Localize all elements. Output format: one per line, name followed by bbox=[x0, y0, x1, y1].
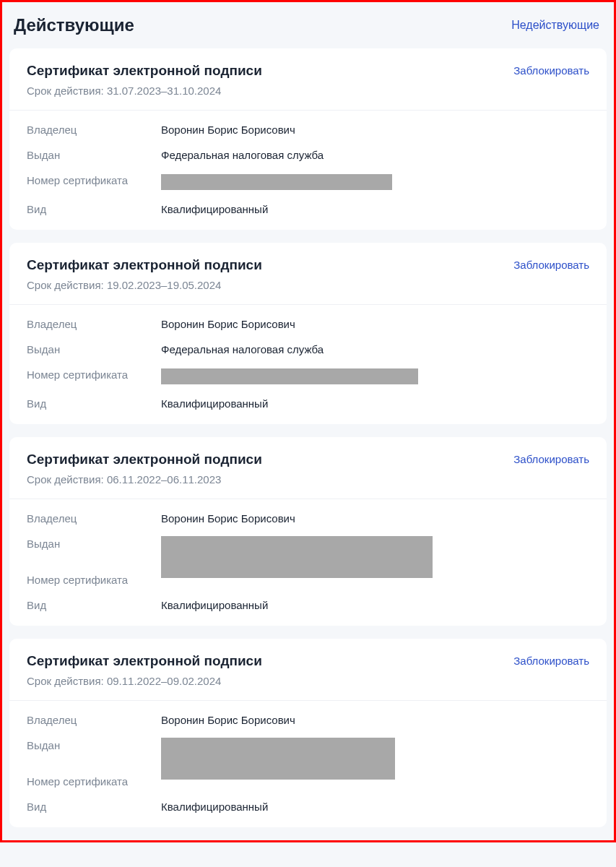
card-body: Владелец Воронин Борис Борисович Выдан Н… bbox=[9, 499, 607, 626]
type-label: Вид bbox=[27, 203, 161, 215]
page-header: Действующие Недействующие bbox=[2, 2, 614, 48]
issued-by-label: Выдан bbox=[27, 739, 161, 751]
row-cert-number: Номер сертификата bbox=[27, 751, 589, 788]
cert-number-label: Номер сертификата bbox=[27, 751, 161, 788]
page-title: Действующие bbox=[14, 15, 134, 35]
row-type: Вид Квалифицированный bbox=[27, 397, 589, 410]
card-title-block: Сертификат электронной подписи Срок дейс… bbox=[27, 63, 262, 97]
owner-value: Воронин Борис Борисович bbox=[161, 512, 295, 525]
issued-by-value: Федеральная налоговая служба bbox=[161, 343, 324, 355]
card-title: Сертификат электронной подписи bbox=[27, 257, 262, 273]
cert-number-label: Номер сертификата bbox=[27, 368, 161, 381]
cert-number-redacted bbox=[161, 368, 418, 384]
row-owner: Владелец Воронин Борис Борисович bbox=[27, 512, 589, 525]
type-value: Квалифицированный bbox=[161, 203, 268, 215]
owner-label: Владелец bbox=[27, 124, 161, 136]
block-button[interactable]: Заблокировать bbox=[513, 63, 589, 77]
certificate-card: Сертификат электронной подписи Срок дейс… bbox=[9, 48, 607, 230]
type-value: Квалифицированный bbox=[161, 599, 268, 611]
owner-label: Владелец bbox=[27, 512, 161, 525]
issued-by-label: Выдан bbox=[27, 149, 161, 161]
card-title-block: Сертификат электронной подписи Срок дейс… bbox=[27, 452, 262, 486]
validity-period: Срок действия: 06.11.2022–06.11.2023 bbox=[27, 473, 262, 486]
row-type: Вид Квалифицированный bbox=[27, 203, 589, 215]
type-label: Вид bbox=[27, 599, 161, 611]
row-issued-by: Выдан Федеральная налоговая служба bbox=[27, 149, 589, 161]
card-title: Сертификат электронной подписи bbox=[27, 452, 262, 467]
type-label: Вид bbox=[27, 397, 161, 410]
certificate-card: Сертификат электронной подписи Срок дейс… bbox=[9, 243, 607, 424]
row-type: Вид Квалифицированный bbox=[27, 599, 589, 611]
cert-number-label: Номер сертификата bbox=[27, 174, 161, 186]
card-header: Сертификат электронной подписи Срок дейс… bbox=[9, 639, 607, 701]
owner-value: Воронин Борис Борисович bbox=[161, 714, 295, 726]
cert-number-label: Номер сертификата bbox=[27, 549, 161, 586]
certificate-card: Сертификат электронной подписи Срок дейс… bbox=[9, 639, 607, 827]
owner-value: Воронин Борис Борисович bbox=[161, 318, 295, 330]
card-body: Владелец Воронин Борис Борисович Выдан Н… bbox=[9, 701, 607, 827]
card-header: Сертификат электронной подписи Срок дейс… bbox=[9, 48, 607, 111]
row-issued-by: Выдан Федеральная налоговая служба bbox=[27, 343, 589, 355]
validity-period: Срок действия: 31.07.2023–31.10.2024 bbox=[27, 85, 262, 97]
row-owner: Владелец Воронин Борис Борисович bbox=[27, 318, 589, 330]
block-button[interactable]: Заблокировать bbox=[513, 257, 589, 271]
card-title: Сертификат электронной подписи bbox=[27, 653, 262, 669]
owner-label: Владелец bbox=[27, 714, 161, 726]
cert-number-redacted bbox=[161, 174, 392, 190]
row-type: Вид Квалифицированный bbox=[27, 801, 589, 813]
card-title-block: Сертификат электронной подписи Срок дейс… bbox=[27, 653, 262, 687]
block-button[interactable]: Заблокировать bbox=[513, 653, 589, 667]
type-label: Вид bbox=[27, 801, 161, 813]
type-value: Квалифицированный bbox=[161, 801, 268, 813]
card-title-block: Сертификат электронной подписи Срок дейс… bbox=[27, 257, 262, 291]
card-header: Сертификат электронной подписи Срок дейс… bbox=[9, 437, 607, 499]
type-value: Квалифицированный bbox=[161, 397, 268, 410]
card-title: Сертификат электронной подписи bbox=[27, 63, 262, 79]
tab-inactive[interactable]: Недействующие bbox=[511, 19, 599, 32]
card-body: Владелец Воронин Борис Борисович Выдан Ф… bbox=[9, 305, 607, 424]
issued-by-value: Федеральная налоговая служба bbox=[161, 149, 324, 161]
owner-value: Воронин Борис Борисович bbox=[161, 124, 295, 136]
validity-period: Срок действия: 19.02.2023–19.05.2024 bbox=[27, 279, 262, 291]
validity-period: Срок действия: 09.11.2022–09.02.2024 bbox=[27, 675, 262, 687]
row-owner: Владелец Воронин Борис Борисович bbox=[27, 124, 589, 136]
block-button[interactable]: Заблокировать bbox=[513, 452, 589, 465]
issued-by-label: Выдан bbox=[27, 343, 161, 355]
row-owner: Владелец Воронин Борис Борисович bbox=[27, 714, 589, 726]
row-cert-number: Номер сертификата bbox=[27, 174, 589, 190]
row-cert-number: Номер сертификата bbox=[27, 368, 589, 384]
certificate-card: Сертификат электронной подписи Срок дейс… bbox=[9, 437, 607, 626]
owner-label: Владелец bbox=[27, 318, 161, 330]
issued-by-label: Выдан bbox=[27, 538, 161, 550]
card-body: Владелец Воронин Борис Борисович Выдан Ф… bbox=[9, 111, 607, 230]
card-header: Сертификат электронной подписи Срок дейс… bbox=[9, 243, 607, 305]
row-cert-number: Номер сертификата bbox=[27, 549, 589, 586]
